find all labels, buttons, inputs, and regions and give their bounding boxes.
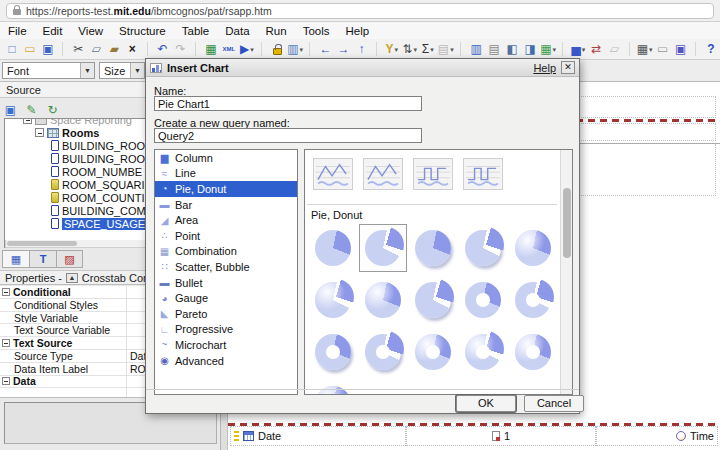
chart-type-gauge[interactable]: ◕Gauge bbox=[155, 290, 297, 306]
gallery-item-donut-flat-exploded[interactable] bbox=[509, 276, 557, 324]
line-style-step-2[interactable] bbox=[463, 158, 503, 190]
collapse-icon[interactable] bbox=[35, 128, 44, 137]
chart-type-pareto[interactable]: ◣Pareto bbox=[155, 306, 297, 322]
ok-button[interactable]: OK bbox=[456, 395, 516, 412]
chart-type-scatter-bubble[interactable]: ∷Scatter, Bubble bbox=[155, 259, 297, 275]
copy-disabled-icon[interactable]: ▱ bbox=[605, 40, 623, 58]
gallery-item-pie-shadow[interactable] bbox=[409, 224, 457, 272]
chart-type-area[interactable]: ◢Area bbox=[155, 212, 297, 228]
gallery-item-pie-gloss[interactable] bbox=[509, 224, 557, 272]
gallery-item-pie-gloss[interactable] bbox=[359, 276, 407, 324]
menu-tools[interactable]: Tools bbox=[295, 22, 338, 39]
menu-structure[interactable]: Structure bbox=[111, 22, 174, 39]
swap-icon[interactable]: ⇄ bbox=[587, 40, 605, 58]
summarize-icon[interactable]: Σ▾ bbox=[419, 40, 437, 58]
container-icon[interactable]: ▦▾ bbox=[539, 40, 557, 58]
save-icon[interactable]: ▣ bbox=[39, 40, 57, 58]
line-style-smooth-2[interactable] bbox=[363, 158, 403, 190]
chart-type-point[interactable]: ∴Point bbox=[155, 228, 297, 244]
open-icon[interactable]: ▭ bbox=[21, 40, 39, 58]
filter-icon[interactable]: Y▾ bbox=[383, 40, 401, 58]
chart-type-bullet[interactable]: ▬Bullet bbox=[155, 275, 297, 291]
cut-icon[interactable]: ✂ bbox=[69, 40, 87, 58]
refresh-icon[interactable]: ↻ bbox=[44, 102, 61, 119]
line-style-step-1[interactable] bbox=[413, 158, 453, 190]
layout-icon[interactable]: ▥▾ bbox=[286, 40, 304, 58]
menu-view[interactable]: View bbox=[70, 22, 111, 39]
gallery-item-pie-gloss[interactable] bbox=[309, 380, 357, 395]
chart-type-pie-donut[interactable]: ◔Pie, Donut bbox=[155, 181, 297, 197]
size-select[interactable]: Size▼ bbox=[99, 62, 145, 79]
gallery-item-donut-gloss-exploded[interactable] bbox=[459, 328, 507, 376]
menu-data[interactable]: Data bbox=[217, 22, 257, 39]
collapse-icon[interactable] bbox=[2, 339, 10, 347]
gallery-item-donut-flat[interactable] bbox=[459, 276, 507, 324]
forward-icon[interactable]: → bbox=[334, 40, 352, 58]
line-style-smooth-1[interactable] bbox=[313, 158, 353, 190]
tab-data-items[interactable]: T bbox=[29, 250, 56, 268]
validate-icon[interactable]: ▦ bbox=[202, 40, 220, 58]
menu-file[interactable]: File bbox=[0, 22, 35, 39]
footer-cells-icon[interactable]: ▣ bbox=[672, 40, 690, 58]
footer-time-cell[interactable]: Time bbox=[596, 426, 718, 446]
table-icon[interactable]: ▦▾ bbox=[636, 40, 654, 58]
gallery-item-donut-gloss[interactable] bbox=[409, 328, 457, 376]
insert-object-icon[interactable]: ◨ bbox=[521, 40, 539, 58]
header-cells-icon[interactable]: ▭ bbox=[654, 40, 672, 58]
collapse-icon[interactable] bbox=[23, 118, 32, 124]
scrollbar-thumb[interactable] bbox=[7, 241, 77, 246]
tab-toolbox[interactable]: ▨ bbox=[56, 250, 83, 268]
section-icon[interactable]: ▥ bbox=[467, 40, 485, 58]
chart-type-line[interactable]: ≈Line bbox=[155, 166, 297, 182]
menu-help[interactable]: Help bbox=[338, 22, 378, 39]
delete-icon[interactable]: × bbox=[123, 40, 141, 58]
undo-icon[interactable]: ↶ bbox=[154, 40, 172, 58]
pivot-icon[interactable]: ◧ bbox=[503, 40, 521, 58]
gallery-item-pie-shadow-exploded[interactable] bbox=[459, 224, 507, 272]
pin-icon[interactable]: ▲ bbox=[66, 273, 78, 283]
chart-name-input[interactable] bbox=[154, 96, 422, 111]
footer-page-number-cell[interactable]: 1 bbox=[406, 426, 596, 446]
gallery-item-donut-gloss[interactable] bbox=[509, 328, 557, 376]
scrollbar-thumb[interactable] bbox=[563, 188, 571, 258]
font-select[interactable]: Font▼ bbox=[2, 62, 95, 79]
up-icon[interactable]: ↑ bbox=[352, 40, 370, 58]
xml-icon[interactable]: XML bbox=[220, 40, 238, 58]
gallery-scrollbar[interactable] bbox=[560, 150, 572, 394]
gallery-item-donut-shadow-exploded[interactable] bbox=[359, 328, 407, 376]
chart-type-advanced[interactable]: ◉Advanced bbox=[155, 353, 297, 369]
menu-run[interactable]: Run bbox=[258, 22, 295, 39]
collapse-icon[interactable] bbox=[2, 377, 10, 385]
url-field[interactable]: https://reports-test.mit.edu/ibmcognos/p… bbox=[6, 3, 714, 19]
collapse-icon[interactable] bbox=[2, 288, 10, 296]
lock-icon[interactable] bbox=[268, 40, 286, 58]
chart-type-column[interactable]: ▆Column bbox=[155, 150, 297, 166]
menu-table[interactable]: Table bbox=[174, 22, 218, 39]
cancel-button[interactable]: Cancel bbox=[524, 395, 584, 412]
gallery-item-pie-gloss-exploded[interactable] bbox=[309, 276, 357, 324]
query-name-input[interactable] bbox=[154, 128, 422, 143]
add-data-icon[interactable]: ▣ bbox=[2, 102, 19, 119]
chart-type-progressive[interactable]: ∟Progressive bbox=[155, 322, 297, 338]
close-icon[interactable]: ✕ bbox=[561, 61, 575, 74]
new-icon[interactable]: □ bbox=[3, 40, 21, 58]
gallery-item-pie-flat[interactable] bbox=[309, 224, 357, 272]
redo-icon[interactable]: ↷ bbox=[172, 40, 190, 58]
dialog-titlebar[interactable]: Insert Chart Help ✕ bbox=[146, 59, 579, 77]
group-icon[interactable]: ▤▾ bbox=[437, 40, 455, 58]
gallery-item-pie-flat-exploded[interactable] bbox=[359, 224, 407, 272]
footer-date-cell[interactable]: Date bbox=[230, 426, 406, 446]
menu-edit[interactable]: Edit bbox=[35, 22, 71, 39]
gallery-item-pie-shadow-exploded[interactable] bbox=[409, 276, 457, 324]
chart-type-microchart[interactable]: ~Microchart bbox=[155, 337, 297, 353]
edit-package-icon[interactable]: ✎ bbox=[23, 102, 40, 119]
sort-icon[interactable]: ⇅▾ bbox=[401, 40, 419, 58]
paste-icon[interactable]: ▰ bbox=[105, 40, 123, 58]
chart-type-combination[interactable]: ▦Combination bbox=[155, 244, 297, 260]
help-link[interactable]: Help bbox=[533, 62, 556, 74]
tab-source[interactable]: ▦ bbox=[2, 250, 29, 268]
run-icon[interactable]: ▶▾ bbox=[238, 40, 256, 58]
gallery-item-donut-shadow[interactable] bbox=[309, 328, 357, 376]
help-icon[interactable]: ? bbox=[702, 40, 720, 58]
back-icon[interactable]: ← bbox=[316, 40, 334, 58]
